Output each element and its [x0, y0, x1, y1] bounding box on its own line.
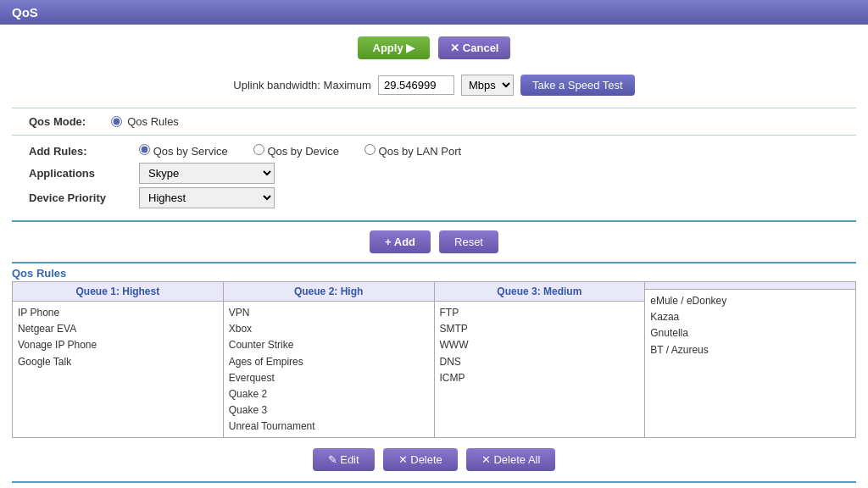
qos-mode-radio-group: Qos Rules — [111, 115, 179, 128]
queue3-list[interactable]: FTP SMTP WWW DNS ICMP — [435, 302, 645, 437]
list-item: Google Talk — [16, 354, 220, 370]
bottom-divider — [12, 481, 856, 483]
list-item: FTP — [438, 305, 642, 321]
bottom-actions-bar: ✎ Edit ✕ Delete ✕ Delete All — [0, 438, 868, 481]
list-item: Quake 3 — [227, 402, 431, 419]
add-button[interactable]: + Add — [370, 230, 431, 253]
bandwidth-unit-select[interactable]: Mbps — [461, 75, 514, 96]
radio-by-device-label: Qos by Device — [267, 145, 339, 158]
radio-by-lan-label: Qos by LAN Port — [379, 145, 462, 158]
add-rules-section: Add Rules: Qos by Service Qos by Device … — [12, 136, 856, 222]
applications-select[interactable]: Skype VPN Xbox Counter Strike Ages of Em… — [139, 163, 275, 184]
add-rules-radio-options: Qos by Service Qos by Device Qos by LAN … — [139, 144, 461, 158]
radio-by-service[interactable] — [139, 144, 150, 155]
add-rules-row: Add Rules: Qos by Service Qos by Device … — [29, 144, 839, 158]
list-item: ICMP — [438, 370, 642, 386]
qos-mode-radio[interactable] — [111, 116, 122, 127]
list-item: eMule / eDonkey — [648, 293, 852, 309]
qos-mode-option-label: Qos Rules — [127, 115, 179, 128]
delete-all-button[interactable]: ✕ Delete All — [466, 448, 556, 471]
device-priority-select[interactable]: Highest High Medium Low Lowest — [139, 187, 275, 208]
qos-rules-title: Qos Rules — [12, 263, 856, 281]
list-item: Vonage IP Phone — [16, 337, 220, 353]
list-item: Counter Strike — [227, 337, 431, 353]
device-priority-label: Device Priority — [29, 191, 139, 204]
top-actions-bar: Apply ▶ ✕ Cancel — [0, 25, 868, 68]
middle-actions-row: + Add Reset — [0, 222, 868, 262]
add-rules-label: Add Rules: — [29, 145, 139, 158]
qos-mode-label: Qos Mode: — [29, 115, 86, 128]
queue1-col: Queue 1: Highest IP Phone Netgear EVA Vo… — [13, 282, 224, 437]
queue3-col: Queue 3: Medium FTP SMTP WWW DNS ICMP — [435, 282, 646, 437]
queue3-header: Queue 3: Medium — [435, 282, 645, 302]
edit-button[interactable]: ✎ Edit — [313, 448, 375, 471]
radio-by-device[interactable] — [253, 144, 264, 155]
bandwidth-input[interactable] — [378, 75, 454, 95]
queue2-list[interactable]: VPN Xbox Counter Strike Ages of Empires … — [224, 302, 434, 437]
radio-by-service-label: Qos by Service — [153, 145, 228, 158]
page-title: QoS — [12, 5, 38, 19]
list-item: Gnutella — [648, 325, 852, 341]
bandwidth-label: Uplink bandwidth: Maximum — [233, 79, 371, 92]
cancel-button[interactable]: ✕ Cancel — [438, 36, 510, 59]
radio-label-by-lan: Qos by LAN Port — [364, 144, 461, 158]
speed-test-button[interactable]: Take a Speed Test — [520, 75, 635, 96]
applications-label: Applications — [29, 167, 139, 180]
queue1-list[interactable]: IP Phone Netgear EVA Vonage IP Phone Goo… — [13, 302, 223, 437]
queues-container: Queue 1: Highest IP Phone Netgear EVA Vo… — [12, 281, 856, 438]
list-item: Unreal Tournament — [227, 419, 431, 435]
apply-button[interactable]: Apply ▶ — [358, 36, 431, 59]
applications-row: Applications Skype VPN Xbox Counter Stri… — [29, 163, 839, 184]
list-item: Warcraft — [227, 435, 431, 438]
list-item: WWW — [438, 337, 642, 353]
list-item: DNS — [438, 354, 642, 370]
page-header: QoS — [0, 0, 868, 25]
qos-rules-section: Qos Rules Queue 1: Highest IP Phone Netg… — [12, 262, 856, 438]
queue4-header — [645, 282, 855, 290]
qos-mode-row: Qos Mode: Qos Rules — [12, 108, 856, 136]
device-priority-row: Device Priority Highest High Medium Low … — [29, 187, 839, 208]
bandwidth-row: Uplink bandwidth: Maximum Mbps Take a Sp… — [0, 68, 868, 108]
list-item: Kazaa — [648, 309, 852, 325]
radio-label-by-service: Qos by Service — [139, 144, 228, 158]
queue2-header: Queue 2: High — [224, 282, 434, 302]
list-item: Everquest — [227, 370, 431, 386]
queue4-list[interactable]: eMule / eDonkey Kazaa Gnutella BT / Azur… — [645, 290, 855, 425]
list-item: IP Phone — [16, 305, 220, 321]
queue2-col: Queue 2: High VPN Xbox Counter Strike Ag… — [224, 282, 435, 437]
delete-button[interactable]: ✕ Delete — [383, 448, 458, 471]
radio-by-lan[interactable] — [364, 144, 376, 155]
list-item: Quake 2 — [227, 386, 431, 402]
radio-label-by-device: Qos by Device — [253, 144, 339, 158]
list-item: Netgear EVA — [16, 321, 220, 337]
list-item: VPN — [227, 305, 431, 321]
queue1-header: Queue 1: Highest — [13, 282, 223, 302]
page-container: QoS Apply ▶ ✕ Cancel Uplink bandwidth: M… — [0, 0, 868, 488]
queue4-col: eMule / eDonkey Kazaa Gnutella BT / Azur… — [645, 282, 855, 437]
reset-button[interactable]: Reset — [439, 230, 498, 253]
list-item: BT / Azureus — [648, 342, 852, 358]
list-item: SMTP — [438, 321, 642, 337]
list-item: Xbox — [227, 321, 431, 337]
list-item: Ages of Empires — [227, 354, 431, 370]
